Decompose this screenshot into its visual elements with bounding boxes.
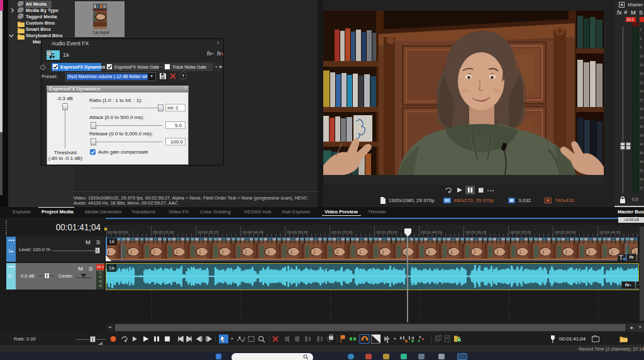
svg-text:;00:01:59:28: ;00:01:59:28 (465, 230, 487, 234)
svg-text:;00:00:44:29: ;00:00:44:29 (242, 230, 264, 234)
svg-text:;00:02:44:29: ;00:02:44:29 (599, 230, 621, 234)
svg-text:;00:00:15:00: ;00:00:15:00 (152, 230, 174, 234)
svg-text:;00:00:59:28: ;00:00:59:28 (286, 230, 308, 234)
svg-text:;00:02:15:00: ;00:02:15:00 (509, 230, 531, 234)
svg-text:;00:01:44:29: ;00:01:44:29 (420, 230, 442, 234)
svg-text:;00:02:30:00: ;00:02:30:00 (554, 230, 576, 234)
svg-text:;00:01:29:29: ;00:01:29:29 (375, 230, 397, 234)
svg-text:00:00:00:00: 00:00:00:00 (108, 230, 128, 234)
svg-text:;00:00:29:29: ;00:00:29:29 (197, 230, 219, 234)
svg-text:;00:01:15:00: ;00:01:15:00 (331, 230, 353, 234)
